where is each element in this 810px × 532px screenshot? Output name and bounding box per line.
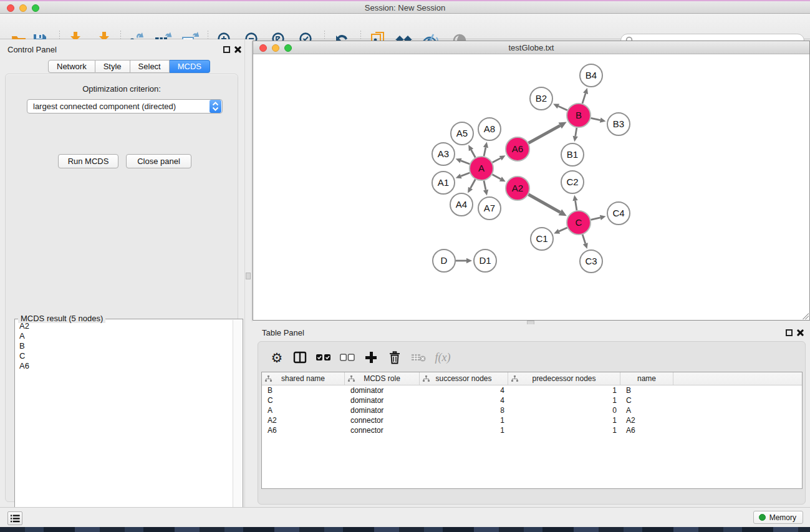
close-panel-icon[interactable] [234, 46, 242, 54]
close-panel-button[interactable]: Close panel [126, 154, 191, 168]
table-cell[interactable]: A6 [620, 425, 673, 435]
table-cell[interactable]: A2 [262, 415, 345, 425]
arrowhead-icon [600, 215, 606, 220]
result-item[interactable]: B [16, 341, 232, 351]
table-cell[interactable]: dominator [345, 405, 420, 415]
mcds-result-list[interactable]: A2ABCA6 [16, 321, 232, 530]
network-canvas[interactable]: B4B2BB3A8A5A6A3B1AC2A1A2A4A7C4CC1C3DD1 [253, 54, 809, 320]
edge-A6-B[interactable] [529, 125, 561, 143]
edge-A-A4[interactable] [470, 180, 475, 188]
column-header-label: MCDS role [364, 374, 400, 383]
table-cell[interactable]: C [262, 395, 345, 405]
edge-B-B2[interactable] [558, 106, 567, 110]
edge-A-A7[interactable] [484, 181, 486, 190]
table-cell[interactable]: 1 [508, 425, 620, 435]
float-panel-icon[interactable] [223, 46, 230, 53]
table-cell[interactable]: B [620, 385, 673, 395]
column-header-predecessor-nodes[interactable]: predecessor nodes [508, 372, 620, 385]
result-item[interactable]: A [16, 331, 232, 341]
table-cell[interactable]: 1 [420, 415, 508, 425]
tab-mcds[interactable]: MCDS [170, 60, 210, 73]
table-float-panel-icon[interactable] [786, 329, 793, 336]
table-cell[interactable]: A6 [262, 425, 345, 435]
table-cell[interactable]: 1 [420, 425, 508, 435]
add-column-icon[interactable] [362, 348, 380, 367]
edge-C-C2[interactable] [576, 201, 577, 211]
edge-C-C4[interactable] [591, 218, 600, 220]
table-cell[interactable]: A [262, 405, 345, 415]
node-table-body[interactable]: Bdominator41BCdominator41CAdominator80AA… [262, 385, 802, 435]
node-table-header[interactable]: shared nameMCDS rolesuccessor nodesprede… [262, 372, 802, 385]
edge-B-B3[interactable] [591, 118, 600, 120]
graph-node-label: B3 [613, 118, 624, 129]
edge-A-A3[interactable] [461, 161, 470, 164]
table-cell[interactable]: C [620, 395, 673, 405]
column-header-mcds-role[interactable]: MCDS role [345, 372, 420, 385]
table-cell[interactable]: 1 [508, 385, 620, 395]
table-close-panel-icon[interactable] [796, 329, 804, 337]
select-all-icon[interactable] [314, 348, 333, 367]
table-cell[interactable]: B [262, 385, 345, 395]
edge-A-A1[interactable] [461, 173, 470, 176]
mcds-result-box: MCDS result (5 nodes) A2ABCA6 [14, 319, 243, 531]
deselect-all-icon[interactable] [338, 348, 357, 367]
splitter-handle[interactable] [246, 273, 251, 279]
result-item[interactable]: A2 [16, 321, 232, 331]
edge-A-A6[interactable] [493, 158, 501, 163]
table-row[interactable]: Bdominator41B [262, 385, 802, 395]
table-cell[interactable]: 1 [508, 395, 620, 405]
edge-B-B1[interactable] [576, 128, 577, 137]
edge-C-C1[interactable] [559, 228, 567, 231]
edge-B-B4[interactable] [582, 94, 586, 104]
table-cell[interactable]: dominator [345, 395, 420, 405]
mcds-tab-content: Optimization criterion: largest connecte… [5, 74, 238, 502]
table-settings-icon[interactable]: ⚙ [268, 348, 286, 367]
graph-node-label: A5 [456, 128, 468, 138]
optimization-criterion-select[interactable]: largest connected component (directed) [27, 99, 223, 114]
edge-A-A2[interactable] [493, 175, 501, 179]
tab-style[interactable]: Style [95, 60, 130, 73]
result-scrollbar[interactable] [233, 320, 242, 530]
delete-table-icon[interactable] [409, 348, 428, 367]
column-header-label: successor nodes [435, 374, 491, 383]
edge-A-A5[interactable] [471, 150, 476, 157]
table-cell[interactable]: 4 [420, 395, 508, 405]
result-item[interactable]: A6 [16, 361, 232, 371]
table-cell[interactable]: connector [345, 425, 420, 435]
table-cell[interactable]: dominator [345, 385, 420, 395]
optimization-criterion-value: largest connected component (directed) [27, 102, 210, 111]
table-cell[interactable]: A2 [620, 415, 673, 425]
table-cell[interactable]: connector [345, 415, 420, 425]
node-table[interactable]: shared nameMCDS rolesuccessor nodesprede… [261, 372, 803, 489]
result-item[interactable]: C [16, 351, 232, 361]
table-cell[interactable]: 0 [508, 405, 620, 415]
table-cell[interactable]: 1 [508, 415, 620, 425]
table-row[interactable]: Adominator80A [262, 405, 802, 415]
edge-A2-C[interactable] [528, 195, 560, 213]
table-cell[interactable]: 4 [420, 385, 508, 395]
arrowhead-icon [456, 173, 462, 178]
window-resize-grip[interactable] [801, 312, 809, 319]
edge-A-A8[interactable] [484, 147, 486, 156]
graph-node-label: B4 [586, 70, 597, 80]
tab-select[interactable]: Select [130, 60, 170, 73]
column-header-shared-name[interactable]: shared name [262, 372, 345, 385]
task-history-button[interactable] [7, 511, 22, 525]
table-row[interactable]: Cdominator41C [262, 395, 802, 405]
table-row[interactable]: A2connector11A2 [262, 415, 802, 425]
function-builder-icon[interactable]: f(x) [433, 348, 452, 367]
table-cell[interactable]: A [620, 405, 673, 415]
split-columns-icon[interactable] [291, 348, 309, 367]
run-mcds-button[interactable]: Run MCDS [58, 154, 118, 168]
network-window-title-bar[interactable]: testGlobe.txt [253, 41, 809, 54]
memory-button[interactable]: Memory [753, 511, 803, 524]
column-header-successor-nodes[interactable]: successor nodes [420, 372, 508, 385]
delete-column-icon[interactable] [385, 348, 404, 367]
tab-network[interactable]: Network [48, 60, 95, 73]
graph-node-label: C3 [585, 256, 597, 266]
table-row[interactable]: A6connector11A6 [262, 425, 802, 435]
column-header-name[interactable]: name [620, 372, 673, 385]
table-cell[interactable]: 8 [420, 405, 508, 415]
panel-splitter[interactable] [243, 39, 253, 507]
edge-C-C3[interactable] [582, 235, 586, 243]
